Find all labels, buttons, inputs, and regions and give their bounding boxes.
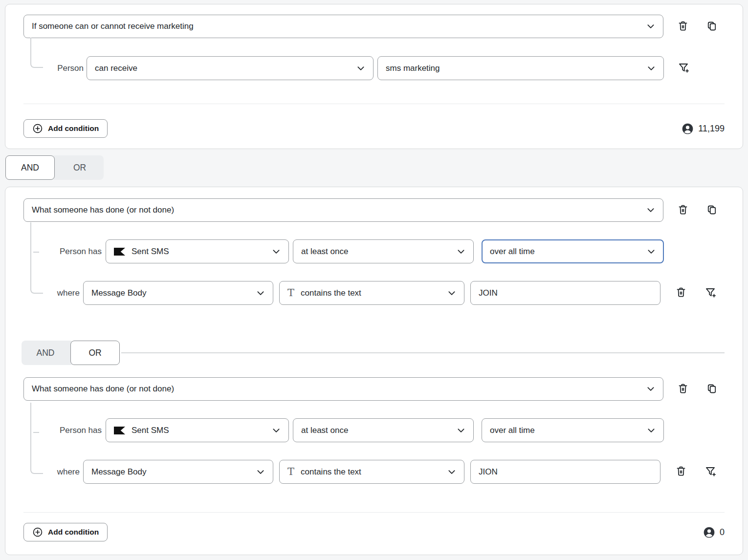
condition-type-dropdown[interactable]: What someone has done (or not done) bbox=[23, 377, 663, 401]
condition-connector-toggle: AND OR bbox=[22, 341, 725, 365]
flag-icon bbox=[114, 427, 125, 434]
text-type-icon: T bbox=[287, 288, 294, 298]
profile-count: 11,199 bbox=[682, 123, 725, 135]
duplicate-condition-button[interactable] bbox=[705, 20, 718, 33]
add-filter-button[interactable] bbox=[677, 62, 690, 75]
field-dropdown[interactable]: Message Body bbox=[83, 281, 273, 305]
chevron-down-icon bbox=[647, 247, 656, 256]
and-toggle-button[interactable]: AND bbox=[22, 341, 74, 365]
plus-circle-icon bbox=[32, 123, 43, 134]
tree-connector bbox=[30, 403, 43, 474]
filter-plus-icon bbox=[704, 286, 717, 300]
event-dropdown[interactable]: Sent SMS bbox=[106, 239, 289, 263]
event-dropdown[interactable]: Sent SMS bbox=[106, 418, 289, 442]
event-value: Sent SMS bbox=[132, 247, 169, 257]
copy-icon bbox=[706, 204, 718, 217]
group-connector-toggle: AND OR bbox=[5, 155, 104, 180]
delete-condition-button[interactable] bbox=[677, 383, 689, 395]
add-condition-button[interactable]: Add condition bbox=[23, 523, 108, 541]
condition-type-dropdown[interactable]: If someone can or cannot receive marketi… bbox=[23, 15, 663, 38]
text-value-input[interactable] bbox=[470, 460, 660, 484]
profile-count-value: 0 bbox=[720, 527, 725, 538]
text-type-icon: T bbox=[287, 467, 294, 477]
timeframe-value: over all time bbox=[490, 247, 535, 257]
condition-type-value: What someone has done (or not done) bbox=[32, 384, 174, 394]
tree-connector bbox=[30, 222, 43, 294]
or-toggle-label: OR bbox=[73, 163, 86, 173]
consent-channel-dropdown[interactable]: sms marketing bbox=[377, 56, 664, 80]
chevron-down-icon bbox=[457, 426, 465, 435]
duplicate-condition-button[interactable] bbox=[705, 204, 718, 216]
tree-connector-tick bbox=[33, 252, 39, 253]
duplicate-condition-button[interactable] bbox=[705, 383, 718, 395]
and-toggle-label: AND bbox=[37, 348, 55, 358]
add-filter-button[interactable] bbox=[704, 466, 717, 478]
field-value: Message Body bbox=[91, 467, 146, 477]
chevron-down-icon bbox=[646, 206, 655, 215]
timeframe-dropdown[interactable]: over all time bbox=[482, 418, 664, 442]
trash-icon bbox=[675, 286, 687, 300]
filter-plus-icon bbox=[704, 465, 717, 479]
or-toggle-label: OR bbox=[88, 348, 101, 358]
frequency-value: at least once bbox=[301, 426, 348, 435]
copy-icon bbox=[706, 383, 718, 396]
field-value: Message Body bbox=[91, 288, 146, 298]
condition-type-value: If someone can or cannot receive marketi… bbox=[32, 22, 194, 31]
trash-icon bbox=[675, 465, 687, 478]
flag-icon bbox=[114, 248, 125, 256]
or-toggle-button[interactable]: OR bbox=[70, 341, 120, 365]
tree-connector-tick bbox=[33, 432, 39, 433]
chevron-down-icon bbox=[646, 385, 655, 393]
delete-filter-button[interactable] bbox=[675, 466, 687, 478]
trash-icon bbox=[677, 204, 689, 217]
consent-verb-value: can receive bbox=[95, 64, 137, 73]
or-toggle-button[interactable]: OR bbox=[51, 155, 104, 180]
chevron-down-icon bbox=[256, 468, 265, 476]
operator-value: contains the text bbox=[301, 467, 361, 477]
trash-icon bbox=[677, 20, 689, 33]
chevron-down-icon bbox=[356, 64, 365, 73]
operator-value: contains the text bbox=[301, 288, 361, 298]
condition-type-dropdown[interactable]: What someone has done (or not done) bbox=[23, 198, 663, 222]
text-value-input[interactable] bbox=[470, 281, 660, 305]
delete-filter-button[interactable] bbox=[675, 287, 687, 300]
profile-count: 0 bbox=[703, 526, 725, 538]
field-dropdown[interactable]: Message Body bbox=[83, 460, 273, 484]
frequency-dropdown[interactable]: at least once bbox=[293, 418, 474, 442]
delete-condition-button[interactable] bbox=[677, 204, 689, 216]
chevron-down-icon bbox=[647, 64, 656, 73]
add-condition-button[interactable]: Add condition bbox=[23, 119, 108, 138]
operator-dropdown[interactable]: T contains the text bbox=[279, 281, 464, 305]
profile-count-value: 11,199 bbox=[698, 124, 725, 134]
copy-icon bbox=[706, 20, 718, 33]
condition-group-1: If someone can or cannot receive marketi… bbox=[5, 4, 743, 149]
consent-channel-value: sms marketing bbox=[386, 64, 440, 73]
chevron-down-icon bbox=[646, 22, 655, 31]
operator-dropdown[interactable]: T contains the text bbox=[279, 460, 464, 484]
delete-condition-button[interactable] bbox=[677, 20, 689, 33]
tree-connector bbox=[30, 38, 43, 68]
event-value: Sent SMS bbox=[132, 426, 169, 435]
and-toggle-button[interactable]: AND bbox=[5, 155, 55, 180]
divider bbox=[23, 512, 725, 513]
filter-plus-icon bbox=[678, 62, 690, 75]
profile-count-icon bbox=[682, 123, 694, 135]
chevron-down-icon bbox=[272, 426, 281, 435]
consent-verb-dropdown[interactable]: can receive bbox=[87, 56, 374, 80]
divider bbox=[23, 104, 725, 104]
add-condition-label: Add condition bbox=[48, 528, 99, 537]
timeframe-dropdown[interactable]: over all time bbox=[482, 239, 664, 263]
chevron-down-icon bbox=[256, 289, 265, 298]
and-toggle-label: AND bbox=[21, 163, 39, 173]
trash-icon bbox=[677, 383, 689, 396]
condition-group-2: What someone has done (or not done) Pers… bbox=[5, 187, 743, 555]
chevron-down-icon bbox=[272, 247, 281, 256]
frequency-dropdown[interactable]: at least once bbox=[293, 239, 474, 263]
toggle-rule-line bbox=[121, 352, 725, 353]
add-condition-label: Add condition bbox=[48, 124, 99, 133]
timeframe-value: over all time bbox=[490, 426, 535, 435]
chevron-down-icon bbox=[457, 247, 465, 256]
condition-type-value: What someone has done (or not done) bbox=[32, 205, 174, 215]
add-filter-button[interactable] bbox=[704, 287, 717, 300]
chevron-down-icon bbox=[447, 289, 456, 298]
